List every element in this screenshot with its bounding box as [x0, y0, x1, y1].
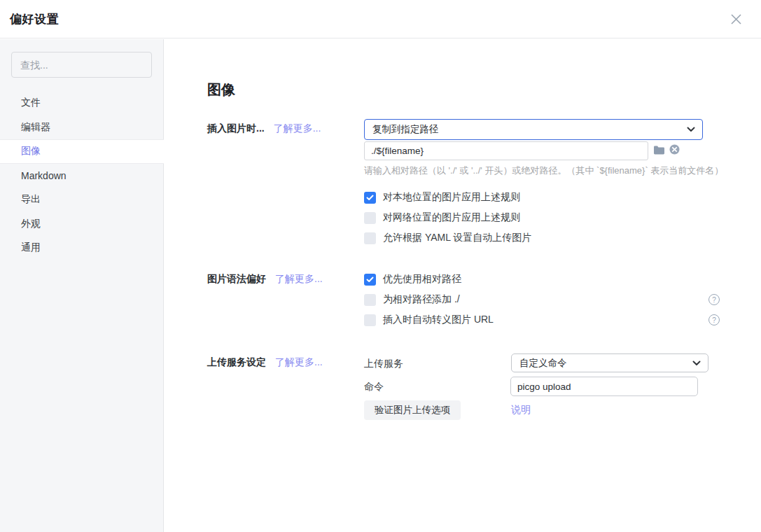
- checkbox-label: 插入时自动转义图片 URL: [383, 314, 494, 326]
- checkbox-checked-icon: [364, 274, 376, 286]
- image-syntax-label: 图片语法偏好: [207, 273, 266, 286]
- checkbox-checked-icon: [364, 192, 376, 204]
- checkbox-apply-web-images[interactable]: 对网络位置的图片应用上述规则: [364, 211, 520, 224]
- insert-image-section-header: 插入图片时... 了解更多...: [207, 122, 321, 135]
- sidebar-item-label: 导出: [21, 193, 41, 206]
- checkbox-prefer-relative-path[interactable]: 优先使用相对路径: [364, 273, 461, 286]
- image-syntax-section-header: 图片语法偏好 了解更多...: [207, 273, 323, 286]
- preferences-window: 偏好设置 文件 编辑器 图像 Markdown 导出: [0, 0, 761, 532]
- sidebar-item-label: 通用: [21, 241, 41, 254]
- checkbox-add-dot-slash[interactable]: 为相对路径添加 ./: [364, 293, 460, 306]
- upload-doc-link[interactable]: 说明: [511, 404, 531, 416]
- upload-service-learn-more-link[interactable]: 了解更多...: [275, 356, 323, 369]
- checkbox-unchecked-icon: [364, 212, 376, 224]
- checkbox-label: 对本地位置的图片应用上述规则: [383, 191, 520, 204]
- titlebar: 偏好设置: [0, 0, 761, 38]
- upload-service-section-header: 上传服务设定 了解更多...: [207, 356, 323, 369]
- folder-browse-icon[interactable]: [653, 145, 665, 155]
- chevron-down-icon: [692, 360, 701, 366]
- checkbox-label: 优先使用相对路径: [383, 273, 461, 286]
- sidebar-item-label: 外观: [21, 218, 41, 230]
- verify-upload-button[interactable]: 验证图片上传选项: [364, 400, 461, 420]
- close-icon[interactable]: [727, 10, 744, 27]
- upload-service-field-label: 上传服务: [364, 358, 403, 370]
- sidebar-item-editor[interactable]: 编辑器: [0, 115, 164, 140]
- path-hint-text: 请输入相对路径（以 './' 或 '../' 开头）或绝对路径。（其中 `${f…: [364, 164, 723, 177]
- insert-image-mode-value: 复制到指定路径: [372, 123, 439, 136]
- checkbox-auto-escape-url[interactable]: 插入时自动转义图片 URL: [364, 314, 494, 326]
- upload-command-input[interactable]: [510, 377, 698, 396]
- image-syntax-learn-more-link[interactable]: 了解更多...: [275, 273, 323, 286]
- sidebar-item-label: 图像: [21, 145, 41, 158]
- checkbox-label: 允许根据 YAML 设置自动上传图片: [383, 232, 531, 244]
- checkbox-unchecked-icon: [364, 314, 376, 326]
- sidebar-nav: 文件 编辑器 图像 Markdown 导出 外观 通用: [0, 91, 164, 260]
- insert-image-learn-more-link[interactable]: 了解更多...: [274, 122, 321, 135]
- window-title: 偏好设置: [10, 11, 59, 27]
- checkbox-apply-local-images[interactable]: 对本地位置的图片应用上述规则: [364, 191, 520, 204]
- sidebar-item-appearance[interactable]: 外观: [0, 212, 164, 237]
- checkbox-label: 为相对路径添加 ./: [383, 293, 460, 306]
- clear-path-icon[interactable]: [669, 144, 680, 155]
- sidebar-item-label: 编辑器: [21, 121, 50, 134]
- sidebar-item-label: Markdown: [21, 170, 67, 181]
- sidebar: 文件 编辑器 图像 Markdown 导出 外观 通用: [0, 39, 164, 532]
- sidebar-item-image[interactable]: 图像: [0, 139, 164, 164]
- help-icon[interactable]: ?: [708, 314, 720, 326]
- sidebar-item-label: 文件: [21, 97, 41, 109]
- insert-image-label: 插入图片时...: [207, 122, 265, 135]
- checkbox-unchecked-icon: [364, 294, 376, 306]
- checkbox-yaml-auto-upload[interactable]: 允许根据 YAML 设置自动上传图片: [364, 232, 531, 244]
- sidebar-item-general[interactable]: 通用: [0, 236, 164, 260]
- upload-service-label: 上传服务设定: [207, 356, 266, 369]
- insert-image-mode-select[interactable]: 复制到指定路径: [364, 119, 703, 140]
- upload-service-select[interactable]: 自定义命令: [511, 354, 708, 372]
- copy-path-input[interactable]: [364, 141, 648, 160]
- checkbox-unchecked-icon: [364, 232, 376, 244]
- chevron-down-icon: [687, 127, 695, 132]
- command-field-label: 命令: [364, 381, 384, 393]
- upload-service-value: 自定义命令: [519, 357, 567, 370]
- sidebar-item-markdown[interactable]: Markdown: [0, 164, 164, 188]
- page-title: 图像: [207, 80, 235, 99]
- search-input[interactable]: [11, 52, 152, 78]
- sidebar-item-file[interactable]: 文件: [0, 91, 164, 115]
- checkbox-label: 对网络位置的图片应用上述规则: [383, 211, 520, 224]
- settings-panel: 图像 插入图片时... 了解更多... 复制到指定路径 请输入相对路径（: [165, 39, 761, 532]
- sidebar-item-export[interactable]: 导出: [0, 188, 164, 212]
- help-icon[interactable]: ?: [708, 294, 720, 305]
